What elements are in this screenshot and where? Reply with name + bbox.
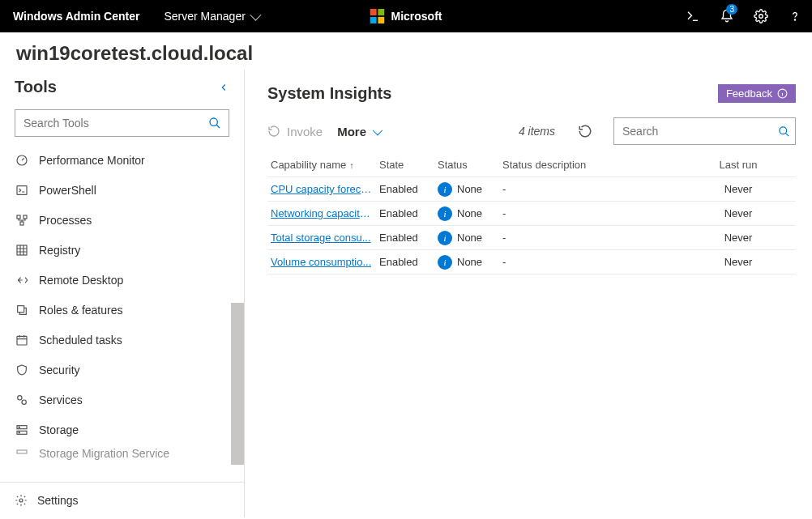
svg-rect-14 [17, 336, 27, 345]
settings-label: Settings [37, 494, 79, 507]
sort-asc-icon: ↑ [349, 160, 354, 170]
svg-rect-2 [370, 17, 377, 23]
refresh-button[interactable] [578, 124, 592, 138]
search-icon[interactable] [772, 125, 795, 138]
sidebar-item-storage-migration[interactable]: Storage Migration Service [0, 445, 244, 462]
table-search-input[interactable] [614, 125, 772, 138]
svg-rect-11 [20, 222, 24, 225]
cell-description: - [502, 183, 681, 195]
more-dropdown[interactable]: More [337, 125, 380, 138]
sidebar-item-label: Roles & features [39, 304, 123, 317]
cell-state: Enabled [379, 207, 438, 219]
sidebar-item-label: PowerShell [39, 184, 96, 197]
sidebar-item-label: Remote Desktop [39, 274, 123, 287]
sidebar-item-storage[interactable]: Storage [0, 415, 244, 445]
col-capability[interactable]: Capability name ↑ [267, 159, 379, 171]
cloud-shell-icon[interactable] [676, 0, 710, 32]
info-icon [777, 88, 788, 99]
table-search-box[interactable] [613, 117, 796, 145]
server-name-heading: win19coretest.cloud.local [0, 32, 812, 70]
sidebar-item-scheduled-tasks[interactable]: Scheduled tasks [0, 325, 244, 355]
table-row[interactable]: Total storage consu...EnablediNone-Never [267, 226, 796, 250]
capability-link[interactable]: Networking capacity... [271, 207, 373, 219]
sidebar-item-powershell[interactable]: PowerShell [0, 175, 244, 205]
calendar-icon [15, 333, 29, 347]
svg-rect-10 [24, 215, 27, 219]
table-row[interactable]: CPU capacity forecas...EnablediNone-Neve… [267, 177, 796, 202]
stack-icon [15, 303, 29, 317]
svg-point-19 [19, 427, 19, 428]
svg-rect-1 [378, 9, 384, 15]
topbar-icons: 3 [676, 0, 812, 32]
sidebar-item-remote-desktop[interactable]: Remote Desktop [0, 265, 244, 295]
feedback-label: Feedback [726, 87, 772, 100]
server-manager-dropdown[interactable]: Server Manager [152, 10, 269, 23]
grid-icon [15, 243, 29, 257]
help-icon[interactable] [778, 0, 812, 32]
search-icon[interactable] [201, 117, 229, 130]
chevron-down-icon [250, 10, 261, 21]
tool-list: Performance Monitor PowerShell Processes… [0, 145, 244, 482]
cell-last-run: Never [681, 232, 796, 244]
sidebar-item-roles-features[interactable]: Roles & features [0, 295, 244, 325]
cell-state: Enabled [379, 183, 438, 195]
col-last-run[interactable]: Last run [681, 159, 796, 171]
migration-icon [15, 446, 29, 461]
microsoft-logo: Microsoft [359, 9, 454, 23]
table-row[interactable]: Networking capacity...EnablediNone-Never [267, 202, 796, 226]
sidebar-item-security[interactable]: Security [0, 355, 244, 385]
gear-icon [15, 494, 28, 507]
feedback-button[interactable]: Feedback [718, 84, 796, 103]
more-label: More [337, 125, 366, 138]
col-status[interactable]: Status [438, 159, 502, 171]
shield-icon [15, 363, 29, 377]
cell-state: Enabled [379, 256, 438, 268]
invoke-button: Invoke [267, 125, 323, 138]
col-state[interactable]: State [379, 159, 438, 171]
svg-rect-8 [17, 185, 27, 194]
capability-link[interactable]: Total storage consu... [271, 232, 371, 244]
sidebar-scrollbar[interactable] [231, 303, 244, 465]
svg-rect-0 [370, 9, 377, 15]
sidebar-settings[interactable]: Settings [0, 482, 244, 517]
refresh-icon [578, 124, 592, 138]
svg-point-16 [22, 400, 26, 404]
command-bar: Invoke More 4 items [267, 117, 796, 145]
sidebar-item-label: Scheduled tasks [39, 334, 122, 347]
settings-icon[interactable] [744, 0, 778, 32]
cell-state: Enabled [379, 232, 438, 244]
cell-status: iNone [438, 206, 502, 221]
cell-description: - [502, 232, 681, 244]
sidebar-item-label: Security [39, 364, 80, 376]
svg-rect-12 [17, 245, 27, 255]
cell-description: - [502, 256, 681, 268]
tools-search-box[interactable] [15, 109, 229, 137]
sidebar-title: Tools [15, 78, 57, 96]
sidebar: Tools Performance Monitor PowerShell Pro [0, 70, 245, 517]
insights-table: Capability name ↑ State Status Status de… [267, 153, 796, 274]
gears-icon [15, 393, 29, 407]
invoke-label: Invoke [287, 125, 323, 138]
storage-icon [15, 423, 29, 437]
notifications-icon[interactable]: 3 [710, 0, 744, 32]
sidebar-item-label: Services [39, 394, 83, 406]
collapse-sidebar-icon[interactable] [218, 82, 229, 93]
cell-status: iNone [438, 231, 502, 245]
capability-link[interactable]: Volume consumptio... [271, 256, 371, 268]
svg-point-24 [779, 126, 786, 134]
table-row[interactable]: Volume consumptio...EnablediNone-Never [267, 250, 796, 274]
remote-icon [15, 273, 29, 287]
svg-point-5 [794, 19, 795, 20]
sidebar-item-services[interactable]: Services [0, 385, 244, 415]
capability-link[interactable]: CPU capacity forecas... [271, 183, 373, 195]
sidebar-item-processes[interactable]: Processes [0, 205, 244, 235]
brand-label[interactable]: Windows Admin Center [0, 10, 152, 23]
sidebar-item-performance-monitor[interactable]: Performance Monitor [0, 145, 244, 175]
svg-rect-3 [378, 17, 384, 23]
notification-badge: 3 [726, 4, 737, 15]
tools-search-input[interactable] [15, 117, 201, 130]
svg-rect-9 [17, 215, 20, 219]
sidebar-item-label: Performance Monitor [39, 154, 145, 167]
sidebar-item-registry[interactable]: Registry [0, 235, 244, 265]
col-description[interactable]: Status description [502, 159, 681, 171]
